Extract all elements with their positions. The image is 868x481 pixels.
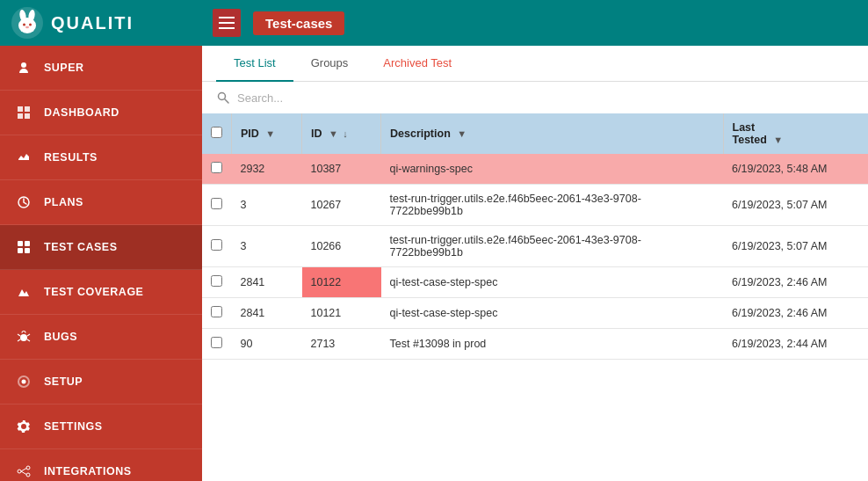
row-description: test-run-trigger.utils.e2e.f46b5eec-2061… bbox=[381, 185, 724, 226]
sidebar-label-test-coverage: TEST COVERAGE bbox=[44, 286, 143, 298]
row-checkbox-cell bbox=[202, 329, 232, 360]
integrations-icon bbox=[14, 462, 33, 481]
sidebar-item-setup[interactable]: SETUP bbox=[0, 360, 202, 404]
sidebar-label-results: RESULTS bbox=[44, 151, 98, 164]
sidebar-label-super: SUPER bbox=[44, 62, 84, 74]
sidebar-item-test-coverage[interactable]: TEST COVERAGE bbox=[0, 270, 202, 315]
search-input[interactable] bbox=[237, 91, 501, 105]
sidebar-item-results[interactable]: RESULTS bbox=[0, 135, 202, 180]
table-header-row: PID ▼ ID ▼ ↓ Description ▼ LastTested ▼ bbox=[202, 113, 868, 154]
row-test-id: 2713 bbox=[302, 329, 381, 360]
svg-rect-8 bbox=[18, 241, 23, 246]
table-body: 2932 10387 qi-warnings-spec 6/19/2023, 5… bbox=[202, 154, 868, 360]
dashboard-icon bbox=[14, 103, 33, 122]
desc-filter-icon[interactable]: ▼ bbox=[457, 128, 467, 139]
row-description: qi-test-case-step-spec bbox=[381, 298, 724, 329]
hamburger-button[interactable] bbox=[213, 9, 241, 37]
sidebar-label-dashboard: DASHBOARD bbox=[44, 106, 119, 119]
row-test-id: 10267 bbox=[302, 185, 381, 226]
sidebar-item-dashboard[interactable]: DASHBOARD bbox=[0, 91, 202, 135]
sidebar-label-plans: PLANS bbox=[44, 196, 83, 208]
table-row: 2932 10387 qi-warnings-spec 6/19/2023, 5… bbox=[202, 154, 868, 185]
row-pid: 90 bbox=[232, 329, 302, 360]
sidebar: SUPER DASHBOARD RESULTS bbox=[0, 46, 202, 481]
row-test-id: 10387 bbox=[302, 154, 381, 185]
row-checkbox[interactable] bbox=[211, 306, 222, 317]
header-pid: PID ▼ bbox=[232, 113, 302, 154]
pid-filter-icon[interactable]: ▼ bbox=[265, 128, 275, 139]
row-test-id: 10122 bbox=[302, 267, 381, 298]
svg-point-5 bbox=[29, 24, 32, 26]
row-pid: 2932 bbox=[232, 154, 302, 185]
svg-line-16 bbox=[27, 339, 30, 341]
setup-icon bbox=[14, 372, 33, 391]
row-last-tested: 6/19/2023, 5:48 AM bbox=[723, 154, 868, 185]
testcases-icon bbox=[14, 237, 33, 257]
row-last-tested: 6/19/2023, 2:46 AM bbox=[723, 267, 868, 298]
bugs-icon bbox=[14, 327, 33, 346]
table-row: 2841 10121 qi-test-case-step-spec 6/19/2… bbox=[202, 298, 868, 329]
svg-point-17 bbox=[22, 380, 26, 384]
search-icon bbox=[216, 91, 230, 105]
svg-line-13 bbox=[18, 334, 20, 336]
sidebar-label-integrations: INTEGRATIONS bbox=[44, 465, 132, 477]
id-filter-icon[interactable]: ▼ bbox=[329, 128, 338, 139]
sidebar-label-setup: SETUP bbox=[44, 375, 83, 388]
header-checkbox-col bbox=[202, 113, 232, 154]
header-last-tested: LastTested ▼ bbox=[723, 113, 868, 154]
row-pid: 3 bbox=[232, 226, 302, 267]
svg-line-24 bbox=[225, 99, 228, 103]
row-checkbox[interactable] bbox=[211, 162, 222, 173]
row-test-id: 10121 bbox=[302, 298, 381, 329]
row-checkbox[interactable] bbox=[211, 239, 222, 251]
table-row: 90 2713 Test #13098 in prod 6/19/2023, 2… bbox=[202, 329, 868, 360]
sidebar-item-super[interactable]: SUPER bbox=[0, 46, 202, 91]
sidebar-item-settings[interactable]: SETTINGS bbox=[0, 404, 202, 449]
settings-icon bbox=[14, 417, 33, 436]
table-wrap: PID ▼ ID ▼ ↓ Description ▼ LastTested ▼ bbox=[202, 113, 868, 481]
row-test-id: 10266 bbox=[302, 226, 381, 267]
row-last-tested: 6/19/2023, 2:46 AM bbox=[723, 298, 868, 329]
tab-groups[interactable]: Groups bbox=[293, 46, 366, 82]
sidebar-label-settings: SETTINGS bbox=[44, 420, 103, 433]
search-bar bbox=[202, 82, 868, 113]
search-input-wrap bbox=[216, 91, 854, 105]
row-last-tested: 6/19/2023, 5:07 AM bbox=[723, 185, 868, 226]
table-row: 3 10267 test-run-trigger.utils.e2e.f46b5… bbox=[202, 185, 868, 226]
row-checkbox-cell bbox=[202, 267, 232, 298]
row-checkbox[interactable] bbox=[211, 275, 222, 287]
svg-point-4 bbox=[23, 24, 25, 26]
tab-test-list[interactable]: Test List bbox=[216, 46, 293, 82]
row-last-tested: 6/19/2023, 5:07 AM bbox=[723, 226, 868, 267]
row-checkbox[interactable] bbox=[211, 337, 222, 348]
sidebar-label-bugs: BUGS bbox=[44, 331, 77, 343]
svg-line-15 bbox=[18, 339, 20, 341]
last-tested-filter-icon[interactable]: ▼ bbox=[773, 135, 783, 145]
tabs-bar: Test List Groups Archived Test bbox=[202, 46, 868, 82]
sidebar-item-test-cases[interactable]: TEST CASES bbox=[0, 225, 202, 270]
svg-point-6 bbox=[25, 26, 29, 28]
row-checkbox-cell bbox=[202, 154, 232, 185]
row-last-tested: 6/19/2023, 2:44 AM bbox=[723, 329, 868, 360]
main-layout: SUPER DASHBOARD RESULTS bbox=[0, 46, 868, 481]
sidebar-item-integrations[interactable]: INTEGRATIONS bbox=[0, 449, 202, 481]
table-row: 2841 10122 qi-test-case-step-spec 6/19/2… bbox=[202, 267, 868, 298]
results-icon bbox=[14, 148, 33, 167]
select-all-checkbox[interactable] bbox=[211, 127, 222, 138]
sidebar-item-plans[interactable]: PLANS bbox=[0, 180, 202, 225]
sidebar-item-bugs[interactable]: BUGS bbox=[0, 315, 202, 360]
top-bar: QUALITI Test-cases bbox=[0, 0, 868, 46]
id-sort-icon[interactable]: ↓ bbox=[343, 128, 348, 139]
logo-text: QUALITI bbox=[51, 13, 134, 33]
row-checkbox[interactable] bbox=[211, 198, 222, 209]
tab-archived-test[interactable]: Archived Test bbox=[365, 46, 469, 82]
row-pid: 2841 bbox=[232, 298, 302, 329]
header-description: Description ▼ bbox=[381, 113, 724, 154]
user-icon bbox=[14, 58, 33, 77]
svg-line-22 bbox=[21, 471, 26, 475]
row-checkbox-cell bbox=[202, 226, 232, 267]
sidebar-label-test-cases: TEST CASES bbox=[44, 241, 118, 253]
svg-rect-9 bbox=[25, 241, 30, 246]
svg-point-18 bbox=[18, 470, 21, 473]
row-checkbox-cell bbox=[202, 298, 232, 329]
